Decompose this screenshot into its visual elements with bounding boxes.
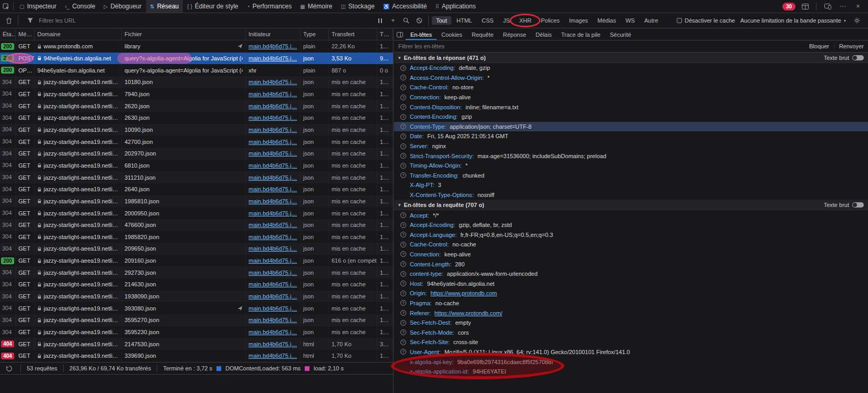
header-row[interactable]: ? Content-Encoding gzip bbox=[394, 112, 868, 122]
block-icon[interactable] bbox=[414, 17, 425, 24]
help-icon[interactable]: ? bbox=[400, 310, 406, 316]
request-row-11[interactable]: 304 GET jazzy-starlight-aeea19.netli… 68… bbox=[0, 160, 393, 172]
custom-tool-icon[interactable] bbox=[799, 4, 811, 9]
request-row-26[interactable]: 404 GET jazzy-starlight-aeea19.netli… 21… bbox=[0, 338, 393, 350]
header-row[interactable]: ? User-Agent Mozilla/5.0 (X11; Linux x86… bbox=[394, 347, 868, 357]
tab-stockage[interactable]: ◫ Stockage bbox=[336, 0, 379, 13]
search-icon[interactable] bbox=[400, 17, 412, 24]
raw-toggle-switch[interactable] bbox=[852, 202, 864, 208]
help-icon[interactable]: ? bbox=[400, 172, 406, 178]
header-row[interactable]: ? X-Content-Type-Options nosniff bbox=[394, 190, 868, 200]
initiator-link[interactable]: main.bd4b6d75.j… bbox=[249, 198, 297, 204]
filter-type-m-dias[interactable]: Médias bbox=[593, 16, 620, 25]
help-icon[interactable]: ? bbox=[400, 85, 406, 90]
help-icon[interactable]: ? bbox=[400, 261, 406, 267]
initiator-link[interactable]: main.bd4b6d75.j… bbox=[249, 257, 297, 264]
initiator-link[interactable]: xhr bbox=[249, 67, 256, 74]
tab-debogueur[interactable]: ▷ Débogueur bbox=[99, 0, 146, 13]
initiator-link[interactable]: main.bd4b6d75.j… bbox=[249, 115, 297, 121]
request-row-21[interactable]: 304 GET jazzy-starlight-aeea19.netli… 21… bbox=[0, 278, 393, 291]
initiator-link[interactable]: main.bd4b6d75.j… bbox=[249, 341, 297, 347]
header-row[interactable]: ? Accept-Encoding gzip, deflate, br, zst… bbox=[394, 220, 868, 230]
header-row[interactable]: ? Transfer-Encoding chunked bbox=[394, 171, 868, 181]
raw-toggle-switch[interactable] bbox=[852, 55, 864, 60]
header-row[interactable]: ? Origin https://www.protondb.com bbox=[394, 288, 868, 298]
tab-memoire[interactable]: ▦ Mémoire bbox=[296, 0, 336, 13]
column-header-ta[interactable]: Éta… bbox=[0, 29, 16, 40]
initiator-link[interactable]: main.bd4b6d75.j… bbox=[249, 43, 297, 49]
request-headers-toggle[interactable]: ▾ En-têtes de la requête (707 o) Texte b… bbox=[394, 200, 868, 210]
help-icon[interactable]: ? bbox=[400, 143, 406, 149]
meatball-menu-icon[interactable]: ⋯ bbox=[837, 3, 849, 9]
header-row[interactable]: ? Timing-Allow-Origin * bbox=[394, 161, 868, 171]
initiator-link[interactable]: main.bd4b6d75.j… bbox=[249, 329, 297, 335]
tab-accessibilite[interactable]: ♿ Accessibilité bbox=[379, 0, 431, 13]
initiator-link[interactable]: main.bd4b6d75.j… bbox=[249, 127, 297, 133]
close-devtools-icon[interactable]: × bbox=[852, 3, 864, 9]
request-row-13[interactable]: 304 GET jazzy-starlight-aeea19.netli… 26… bbox=[0, 183, 393, 195]
headers-filter-input[interactable] bbox=[398, 43, 805, 49]
initiator-link[interactable]: main.bd4b6d75.j… bbox=[249, 234, 297, 240]
initiator-link[interactable]: main.bd4b6d75.j… bbox=[249, 55, 297, 61]
filter-type-html[interactable]: HTML bbox=[452, 16, 477, 25]
request-row-22[interactable]: 304 GET jazzy-starlight-aeea19.netli… 19… bbox=[0, 291, 393, 303]
initiator-link[interactable]: main.bd4b6d75.j… bbox=[249, 245, 297, 252]
help-icon[interactable]: ? bbox=[400, 320, 406, 326]
header-row[interactable]: ? Sec-Fetch-Site cross-site bbox=[394, 337, 868, 347]
request-row-6[interactable]: 304 GET jazzy-starlight-aeea19.netli… 26… bbox=[0, 100, 393, 112]
header-row[interactable]: ? Access-Control-Allow-Origin * bbox=[394, 73, 868, 83]
help-icon[interactable]: ? bbox=[400, 163, 406, 169]
tab-console[interactable]: ›_ Console bbox=[61, 0, 100, 13]
throttling-select[interactable]: Aucune limitation de la bande passante ▾ bbox=[740, 17, 846, 24]
tab-inspecteur[interactable]: ▢ Inspecteur bbox=[15, 0, 61, 13]
header-row[interactable]: ? Host 94he6yatei-dsn.algolia.net bbox=[394, 278, 868, 288]
request-row-10[interactable]: 304 GET jazzy-starlight-aeea19.netli… 20… bbox=[0, 148, 393, 160]
help-icon[interactable]: ? bbox=[400, 339, 406, 345]
request-row-1[interactable]: 200 GET www.protondb.com library main.bd… bbox=[0, 40, 393, 53]
initiator-link[interactable]: main.bd4b6d75.j… bbox=[249, 103, 297, 109]
header-row[interactable]: ? Connection keep-alive bbox=[394, 92, 868, 102]
disable-cache-checkbox[interactable] bbox=[677, 18, 682, 23]
help-icon[interactable]: ? bbox=[400, 349, 406, 355]
initiator-link[interactable]: main.bd4b6d75.j… bbox=[249, 150, 297, 157]
column-header-transfert[interactable]: Transfert bbox=[329, 29, 377, 40]
initiator-link[interactable]: main.bd4b6d75.j… bbox=[249, 139, 297, 145]
header-row[interactable]: ? Server nginx bbox=[394, 141, 868, 151]
initiator-link[interactable]: main.bd4b6d75.j… bbox=[249, 281, 297, 287]
header-row[interactable]: ? x-algolia-application-id 94HE6YATEI bbox=[394, 367, 868, 377]
pick-element-icon[interactable] bbox=[0, 0, 12, 13]
help-icon[interactable]: ? bbox=[400, 104, 406, 110]
tab-reseau[interactable]: ⇅ Réseau bbox=[146, 0, 183, 13]
detail-tab-d-lais[interactable]: Délais bbox=[531, 29, 556, 40]
column-header-fichier[interactable]: Fichier bbox=[122, 29, 246, 40]
header-row[interactable]: ? content-type application/x-www-form-ur… bbox=[394, 269, 868, 279]
network-settings-icon[interactable] bbox=[851, 17, 863, 24]
throttling-status-icon[interactable] bbox=[3, 365, 15, 372]
request-row-19[interactable]: 200 GET jazzy-starlight-aeea19.netli… 20… bbox=[0, 255, 393, 267]
help-icon[interactable]: ? bbox=[400, 153, 406, 159]
clear-requests-icon[interactable] bbox=[3, 17, 15, 24]
pause-icon[interactable] bbox=[374, 18, 386, 23]
header-row[interactable]: ? Content-Disposition inline; filename=a… bbox=[394, 102, 868, 112]
header-row[interactable]: ? x-algolia-api-key 9ba0e69fb2974316cdae… bbox=[394, 357, 868, 367]
help-icon[interactable]: ? bbox=[400, 281, 406, 286]
column-header-domaine[interactable]: Domaine bbox=[35, 29, 122, 40]
resend-button[interactable]: Renvoyer bbox=[839, 43, 864, 49]
header-row[interactable]: ? X-Alg-PT 3 bbox=[394, 180, 868, 190]
request-row-15[interactable]: 304 GET jazzy-starlight-aeea19.netli… 20… bbox=[0, 207, 393, 219]
request-row-17[interactable]: 304 GET jazzy-starlight-aeea19.netli… 19… bbox=[0, 231, 393, 243]
error-count-badge[interactable]: 30 bbox=[782, 3, 795, 11]
filter-type-autre[interactable]: Autre bbox=[640, 16, 662, 25]
request-row-9[interactable]: 304 GET jazzy-starlight-aeea19.netli… 42… bbox=[0, 136, 393, 148]
initiator-link[interactable]: main.bd4b6d75.j… bbox=[249, 210, 297, 216]
header-row[interactable]: ? Sec-Fetch-Dest empty bbox=[394, 318, 868, 328]
help-icon[interactable]: ? bbox=[400, 251, 406, 257]
filter-type-images[interactable]: Images bbox=[565, 16, 592, 25]
help-icon[interactable]: ? bbox=[400, 123, 406, 129]
help-icon[interactable]: ? bbox=[400, 114, 406, 120]
detail-tab-requ-te[interactable]: Requête bbox=[467, 29, 499, 40]
initiator-link[interactable]: main.bd4b6d75.j… bbox=[249, 174, 297, 181]
initiator-link[interactable]: main.bd4b6d75.j… bbox=[249, 270, 297, 276]
header-row[interactable]: ? Content-Length 280 bbox=[394, 259, 868, 269]
tab-applications[interactable]: ⠿ Applications bbox=[431, 0, 480, 13]
